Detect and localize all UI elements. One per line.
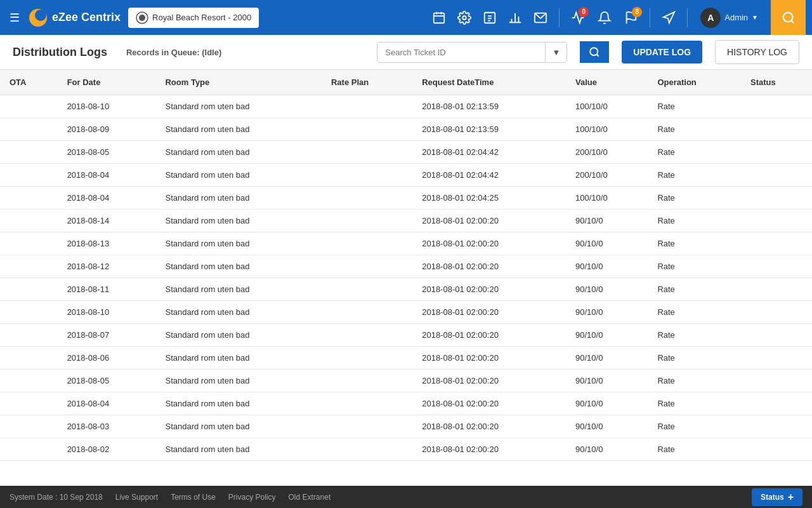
property-icon xyxy=(136,11,148,24)
activity-badge: 0 xyxy=(579,7,589,17)
hamburger-menu[interactable]: ☰ xyxy=(6,8,23,28)
app-name: eZee Centrix xyxy=(52,11,121,24)
status-button[interactable]: Status + xyxy=(752,488,802,506)
tools-icon[interactable] xyxy=(454,7,475,29)
cell-for-date: 2018-08-02 xyxy=(58,438,156,461)
live-support-link[interactable]: Live Support xyxy=(115,493,158,502)
table-row: 2018-08-12Standard rom uten bad2018-08-0… xyxy=(0,255,812,278)
cell-value: 200/10/0 xyxy=(566,141,648,164)
cell-room-type: Standard rom uten bad xyxy=(155,392,322,415)
nav-icon-group xyxy=(428,7,551,29)
activity-icon[interactable]: 0 xyxy=(567,7,589,29)
cell-value: 90/10/0 xyxy=(566,210,648,232)
cell-rate-plan xyxy=(322,370,412,392)
old-extranet-link[interactable]: Old Extranet xyxy=(289,493,331,502)
table-row: 2018-08-03Standard rom uten bad2018-08-0… xyxy=(0,415,812,438)
cell-operation: Rate xyxy=(648,187,741,210)
property-selector[interactable]: Royal Beach Resort - 2000 xyxy=(128,8,259,28)
cell-status xyxy=(741,118,812,141)
table-row: 2018-08-02Standard rom uten bad2018-08-0… xyxy=(0,438,812,461)
svg-point-8 xyxy=(462,16,466,20)
cell-rate-plan xyxy=(322,438,412,461)
cell-ota xyxy=(0,164,58,187)
history-log-button[interactable]: HISTORY LOG xyxy=(715,40,799,64)
search-dropdown-button[interactable]: ▼ xyxy=(545,43,566,62)
megaphone-icon[interactable] xyxy=(658,7,679,29)
cell-for-date: 2018-08-07 xyxy=(58,324,156,347)
svg-point-19 xyxy=(783,12,792,22)
cell-ota xyxy=(0,301,58,324)
cell-for-date: 2018-08-11 xyxy=(58,278,156,301)
calendar-icon[interactable] xyxy=(428,7,450,29)
privacy-policy-link[interactable]: Privacy Policy xyxy=(228,493,276,502)
cell-room-type: Standard rom uten bad xyxy=(155,232,322,255)
table-row: 2018-08-10Standard rom uten bad2018-08-0… xyxy=(0,95,812,118)
admin-menu[interactable]: A Admin ▼ xyxy=(695,5,763,30)
cell-request-datetime: 2018-08-01 02:00:20 xyxy=(412,347,566,370)
chart-icon[interactable] xyxy=(504,7,526,29)
mail-icon[interactable] xyxy=(530,7,551,29)
table-header-row: OTA For Date Room Type Rate Plan Request… xyxy=(0,70,812,95)
cell-request-datetime: 2018-08-01 02:00:20 xyxy=(412,415,566,438)
cell-for-date: 2018-08-10 xyxy=(58,95,156,118)
cell-ota xyxy=(0,210,58,232)
cell-room-type: Standard rom uten bad xyxy=(155,347,322,370)
cell-rate-plan xyxy=(322,392,412,415)
table-row: 2018-08-04Standard rom uten bad2018-08-0… xyxy=(0,392,812,415)
search-input[interactable] xyxy=(377,43,545,62)
cell-request-datetime: 2018-08-01 02:00:20 xyxy=(412,301,566,324)
cell-rate-plan xyxy=(322,324,412,347)
cell-value: 90/10/0 xyxy=(566,278,648,301)
cell-operation: Rate xyxy=(648,255,741,278)
cell-status xyxy=(741,415,812,438)
col-value: Value xyxy=(566,70,648,95)
distribution-logs-table: OTA For Date Room Type Rate Plan Request… xyxy=(0,70,812,486)
cell-ota xyxy=(0,95,58,118)
cell-request-datetime: 2018-08-01 02:00:20 xyxy=(412,438,566,461)
cell-for-date: 2018-08-05 xyxy=(58,370,156,392)
cell-status xyxy=(741,187,812,210)
cell-request-datetime: 2018-08-01 02:00:20 xyxy=(412,324,566,347)
logo-icon xyxy=(28,8,48,28)
cell-ota xyxy=(0,255,58,278)
search-button[interactable] xyxy=(580,41,609,63)
cell-status xyxy=(741,438,812,461)
svg-line-22 xyxy=(597,54,599,56)
update-log-button[interactable]: UPDATE LOG xyxy=(622,41,702,64)
cell-operation: Rate xyxy=(648,232,741,255)
property-name: Royal Beach Resort - 2000 xyxy=(152,13,251,22)
top-navigation: ☰ eZee Centrix Royal Beach Resort - 2000 xyxy=(0,0,812,35)
terms-of-use-link[interactable]: Terms of Use xyxy=(171,493,216,502)
cell-request-datetime: 2018-08-01 02:00:20 xyxy=(412,255,566,278)
cell-ota xyxy=(0,415,58,438)
cell-rate-plan xyxy=(322,347,412,370)
cell-room-type: Standard rom uten bad xyxy=(155,324,322,347)
cell-operation: Rate xyxy=(648,118,741,141)
cell-room-type: Standard rom uten bad xyxy=(155,301,322,324)
col-rate-plan: Rate Plan xyxy=(322,70,412,95)
cell-ota xyxy=(0,118,58,141)
cell-ota xyxy=(0,347,58,370)
cell-value: 90/10/0 xyxy=(566,392,648,415)
report-icon[interactable] xyxy=(479,7,501,29)
cell-for-date: 2018-08-06 xyxy=(58,347,156,370)
system-date: System Date : 10 Sep 2018 xyxy=(10,493,103,502)
cell-room-type: Standard rom uten bad xyxy=(155,370,322,392)
cell-rate-plan xyxy=(322,255,412,278)
table-row: 2018-08-14Standard rom uten bad2018-08-0… xyxy=(0,210,812,232)
flag-icon[interactable]: 8 xyxy=(620,7,642,29)
cell-value: 100/10/0 xyxy=(566,118,648,141)
svg-point-3 xyxy=(139,15,145,21)
table-row: 2018-08-05Standard rom uten bad2018-08-0… xyxy=(0,370,812,392)
cell-operation: Rate xyxy=(648,95,741,118)
cell-value: 90/10/0 xyxy=(566,301,648,324)
cell-room-type: Standard rom uten bad xyxy=(155,438,322,461)
notification-bell-icon[interactable] xyxy=(594,7,615,29)
table-row: 2018-08-07Standard rom uten bad2018-08-0… xyxy=(0,324,812,347)
cell-request-datetime: 2018-08-01 02:00:20 xyxy=(412,392,566,415)
table-row: 2018-08-10Standard rom uten bad2018-08-0… xyxy=(0,301,812,324)
search-container: ▼ xyxy=(377,42,567,63)
records-info: Records in Queue: (Idle) xyxy=(126,48,221,57)
app-logo: eZee Centrix xyxy=(28,8,121,28)
global-search-button[interactable] xyxy=(771,0,806,35)
